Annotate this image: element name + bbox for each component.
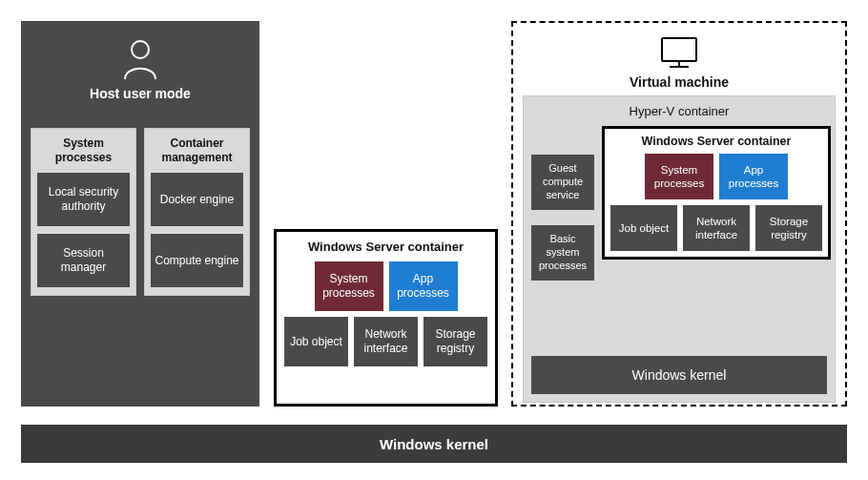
wsc-title: Windows Server container [284, 240, 487, 254]
container-management-column: Container management Docker engine Compu… [144, 128, 250, 296]
cell-compute-engine: Compute engine [151, 234, 243, 287]
host-columns: System processes Local security authorit… [31, 128, 250, 296]
cell-basic-system-processes: Basic system processes [531, 225, 594, 281]
cell-guest-compute-service: Guest compute service [531, 155, 594, 210]
host-header: Host user mode [31, 38, 250, 101]
vm-header: Virtual machine [523, 34, 836, 90]
svg-rect-1 [662, 38, 696, 61]
inner-windows-server-container: Windows Server container System processe… [602, 126, 831, 260]
cell-storage-registry: Storage registry [755, 205, 822, 251]
host-title: Host user mode [31, 86, 250, 101]
monitor-icon [658, 34, 700, 71]
cell-app-processes: App processes [719, 154, 788, 199]
windows-server-container-block: Windows Server container System processe… [274, 229, 498, 407]
vm-title: Virtual machine [523, 74, 836, 90]
cell-system-processes: System processes [645, 154, 713, 199]
virtual-machine-block: Virtual machine Hyper-V container Guest … [511, 21, 847, 407]
cell-local-security-authority: Local security authority [37, 173, 130, 226]
wsc-bottom-row: Job object Network interface Storage reg… [284, 317, 487, 366]
cell-network-interface: Network interface [683, 205, 750, 251]
column-title: System processes [37, 136, 130, 165]
column-title: Container management [151, 136, 243, 165]
hyperv-kernel-bar: Windows kernel [531, 356, 827, 394]
hyperv-container-block: Hyper-V container Guest compute service … [523, 95, 836, 403]
inner-wsc-bottom-row: Job object Network interface Storage reg… [610, 205, 822, 251]
host-user-mode-block: Host user mode System processes Local se… [21, 21, 259, 407]
hyperv-title: Hyper-V container [531, 104, 827, 118]
inner-wsc-top-row: System processes App processes [610, 154, 822, 199]
hyperv-body: Guest compute service Basic system proce… [531, 126, 827, 288]
cell-system-processes: System processes [315, 261, 383, 311]
cell-session-manager: Session manager [37, 234, 130, 287]
hyperv-right: Windows Server container System processe… [602, 126, 831, 288]
cell-network-interface: Network interface [354, 317, 418, 366]
wsc-top-row: System processes App processes [284, 261, 487, 311]
inner-wsc-title: Windows Server container [610, 135, 822, 148]
hyperv-left-column: Guest compute service Basic system proce… [531, 126, 594, 288]
user-icon [122, 38, 158, 80]
svg-point-0 [132, 41, 149, 58]
system-processes-column: System processes Local security authorit… [31, 128, 136, 296]
cell-job-object: Job object [610, 205, 677, 251]
windows-kernel-bar: Windows kernel [21, 425, 847, 463]
cell-app-processes: App processes [389, 261, 458, 311]
architecture-diagram: Host user mode System processes Local se… [0, 0, 868, 480]
cell-docker-engine: Docker engine [151, 173, 243, 226]
cell-job-object: Job object [284, 317, 348, 366]
cell-storage-registry: Storage registry [424, 317, 487, 366]
